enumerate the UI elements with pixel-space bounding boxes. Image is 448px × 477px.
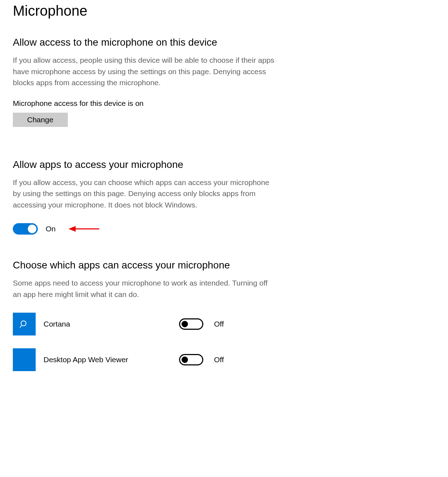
- svg-marker-1: [68, 226, 76, 232]
- desktop-app-web-viewer-icon: [13, 348, 36, 371]
- apps-access-toggle-label: On: [46, 225, 56, 233]
- change-button[interactable]: Change: [13, 113, 68, 127]
- apps-access-toggle[interactable]: [13, 223, 38, 235]
- app-toggle-label: Off: [214, 320, 224, 328]
- section-choose-apps-desc: Some apps need to access your microphone…: [13, 277, 277, 300]
- section-apps-access-heading: Allow apps to access your microphone: [13, 159, 280, 170]
- cortana-icon: [13, 313, 36, 335]
- arrow-annotation-icon: [68, 225, 100, 233]
- app-toggle-label: Off: [214, 355, 224, 364]
- svg-line-3: [20, 325, 21, 328]
- app-toggle-cortana[interactable]: [179, 318, 203, 330]
- app-row-desktop-web-viewer: Desktop App Web Viewer Off: [13, 348, 280, 371]
- page-title: Microphone: [13, 3, 280, 19]
- app-name-label: Cortana: [44, 320, 179, 328]
- svg-point-2: [21, 321, 26, 326]
- device-access-status: Microphone access for this device is on: [13, 99, 280, 108]
- app-row-cortana: Cortana Off: [13, 313, 280, 335]
- app-toggle-desktop-web-viewer[interactable]: [179, 354, 203, 365]
- section-device-access-heading: Allow access to the microphone on this d…: [13, 37, 280, 48]
- section-device-access-desc: If you allow access, people using this d…: [13, 55, 277, 88]
- section-apps-access-desc: If you allow access, you can choose whic…: [13, 177, 277, 211]
- app-name-label: Desktop App Web Viewer: [44, 355, 179, 364]
- section-choose-apps-heading: Choose which apps can access your microp…: [13, 260, 280, 271]
